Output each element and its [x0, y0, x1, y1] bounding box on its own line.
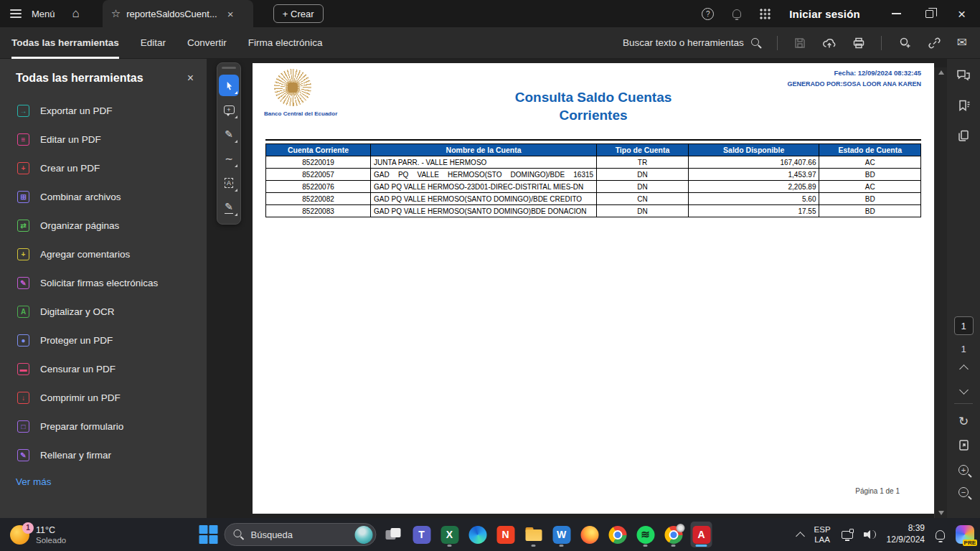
- cell-estado-cuenta: AC: [819, 156, 921, 169]
- network-icon[interactable]: [842, 531, 853, 539]
- tools-list: → Exportar un PDF ≡ Editar un PDF + Crea…: [0, 96, 207, 469]
- panel-close-icon[interactable]: ×: [187, 72, 194, 85]
- tab-firma-electronica[interactable]: Firma electrónica: [248, 27, 323, 59]
- tool-icon: □: [17, 420, 29, 433]
- table-header-cell: Cuenta Corriente: [266, 144, 371, 156]
- tool-exportar-pdf[interactable]: → Exportar un PDF: [0, 96, 207, 125]
- weather-badge: 1: [22, 522, 34, 534]
- add-comment-tool[interactable]: +: [219, 99, 239, 121]
- draw-tool[interactable]: ∼: [219, 148, 239, 169]
- tool-combinar-archivos[interactable]: ⊞ Combinar archivos: [0, 182, 207, 211]
- tool-icon: ≡: [17, 133, 29, 146]
- volume-icon[interactable]: [864, 529, 876, 540]
- page-thumbnails-icon[interactable]: [957, 129, 970, 145]
- menu-icon[interactable]: [10, 9, 22, 18]
- minimize-button[interactable]: [892, 13, 901, 14]
- page-number-input[interactable]: 1: [954, 316, 974, 335]
- print-icon[interactable]: [852, 37, 865, 50]
- next-page-icon[interactable]: [959, 385, 969, 395]
- rotate-page-icon[interactable]: ↻: [958, 414, 969, 429]
- apps-grid-icon[interactable]: [760, 9, 771, 19]
- link-icon[interactable]: [928, 37, 941, 50]
- fill-sign-tool[interactable]: ✎: [219, 197, 239, 218]
- tool-icon: +: [17, 162, 29, 174]
- cell-saldo-disponible: 167,407.66: [688, 156, 819, 169]
- tool-comprimir-pdf[interactable]: ↓ Comprimir un PDF: [0, 383, 207, 412]
- edge-icon[interactable]: [467, 522, 489, 547]
- tab-editar[interactable]: Editar: [141, 27, 166, 59]
- tool-agregar-comentarios[interactable]: + Agregar comentarios: [0, 240, 207, 268]
- tool-organizar-paginas[interactable]: ⇄ Organizar páginas: [0, 211, 207, 240]
- zoom-in-icon[interactable]: [958, 465, 969, 475]
- start-button[interactable]: [199, 525, 218, 544]
- cell-tipo-cuenta: CN: [597, 193, 689, 205]
- nitro-pdf-icon[interactable]: N: [495, 522, 517, 547]
- document-tab[interactable]: ☆ reporteSaldosCuent... ×: [103, 0, 253, 27]
- tool-digitalizar-ocr[interactable]: A Digitalizar y OCR: [0, 297, 207, 326]
- menu-label[interactable]: Menú: [32, 9, 55, 19]
- tool-preparar-formulario[interactable]: □ Preparar formulario: [0, 412, 207, 441]
- highlight-tool[interactable]: ✎: [219, 123, 239, 145]
- teams-icon[interactable]: T: [411, 522, 433, 547]
- ver-mas-link[interactable]: Ver más: [0, 469, 207, 487]
- close-button[interactable]: ×: [958, 7, 966, 21]
- clock[interactable]: 8:39 12/9/2024: [887, 523, 925, 545]
- table-header-cell: Nombre de la Cuenta: [371, 144, 597, 156]
- scroll-up-icon[interactable]: [938, 70, 944, 75]
- task-view-icon[interactable]: [383, 522, 405, 547]
- mail-icon[interactable]: ✉: [957, 35, 967, 50]
- zoom-out-icon[interactable]: [958, 487, 969, 497]
- table-row: 85220019 JUNTA PARR. - VALLE HERMOSO TR …: [266, 156, 921, 169]
- language-indicator[interactable]: ESPLAA: [814, 524, 831, 545]
- taskbar-search[interactable]: Búsqueda: [225, 523, 377, 546]
- scroll-down-icon[interactable]: [938, 511, 944, 515]
- weather-widget[interactable]: 1 11°C Soleado: [0, 525, 66, 545]
- home-icon[interactable]: ⌂: [72, 6, 80, 21]
- crear-button[interactable]: + Crear: [273, 4, 324, 23]
- toolbar-search[interactable]: Buscar texto o herramientas: [623, 37, 761, 48]
- share-person-add-icon[interactable]: [897, 37, 912, 50]
- star-icon[interactable]: ☆: [111, 7, 121, 20]
- tool-editar-pdf[interactable]: ≡ Editar un PDF: [0, 125, 207, 154]
- acrobat-icon[interactable]: A: [691, 522, 712, 547]
- cloud-upload-icon[interactable]: [822, 37, 837, 50]
- tray-overflow-icon[interactable]: [796, 532, 805, 541]
- restore-button[interactable]: [925, 10, 933, 18]
- previous-page-icon[interactable]: [959, 364, 969, 374]
- chrome-icon[interactable]: [607, 522, 628, 547]
- cell-cuenta-corriente: 85220057: [266, 169, 371, 181]
- tool-icon: ↓: [17, 392, 29, 404]
- help-icon[interactable]: ?: [702, 8, 714, 20]
- palette-drag-handle[interactable]: [222, 67, 236, 69]
- tab-todas-las-herramientas[interactable]: Todas las herramientas: [11, 27, 119, 59]
- comments-panel-icon[interactable]: [956, 69, 971, 85]
- cell-nombre-cuenta: GAD PQ VALLE HERMOSO(SANTO DOMINGO)/BDE …: [371, 193, 597, 205]
- fit-page-icon[interactable]: [958, 439, 970, 454]
- select-text-tool[interactable]: A: [219, 172, 239, 194]
- select-tool[interactable]: [219, 75, 239, 96]
- tool-censurar-pdf[interactable]: ▬ Censurar un PDF: [0, 354, 207, 383]
- tool-solicitar-firmas[interactable]: ✎ Solicitar firmas electrónicas: [0, 268, 207, 297]
- bookmarks-panel-icon[interactable]: [957, 99, 971, 115]
- firefox-icon[interactable]: [579, 522, 600, 547]
- notification-center-icon[interactable]: [936, 530, 945, 540]
- cell-estado-cuenta: BD: [819, 169, 921, 181]
- file-explorer-icon[interactable]: [523, 522, 545, 547]
- signin-button[interactable]: Iniciar sesión: [789, 8, 860, 20]
- word-icon[interactable]: W: [551, 522, 573, 547]
- excel-icon[interactable]: X: [439, 522, 461, 547]
- notifications-icon[interactable]: [732, 9, 741, 18]
- spotify-icon[interactable]: ≋: [635, 522, 656, 547]
- cell-nombre-cuenta: GAD PQ VALLE HERMOSO(STO DOMINGO)/BDE 16…: [371, 169, 597, 181]
- copilot-icon[interactable]: PRE: [956, 525, 974, 544]
- pdf-scrollbar[interactable]: [934, 67, 947, 518]
- tab-close-icon[interactable]: ×: [227, 8, 234, 20]
- table-row: 85220083 GAD PQ VALLE HERMOSO(SANTO DOMI…: [266, 205, 921, 217]
- tab-convertir[interactable]: Convertir: [187, 27, 227, 59]
- tool-proteger-pdf[interactable]: ● Proteger un PDF: [0, 326, 207, 354]
- tool-crear-pdf[interactable]: + Crear un PDF: [0, 154, 207, 182]
- chrome-profile-icon[interactable]: [663, 522, 684, 547]
- tool-icon: ⊞: [17, 191, 29, 203]
- tool-rellenar-firmar[interactable]: ✎ Rellenar y firmar: [0, 441, 207, 469]
- cell-cuenta-corriente: 85220019: [266, 156, 371, 169]
